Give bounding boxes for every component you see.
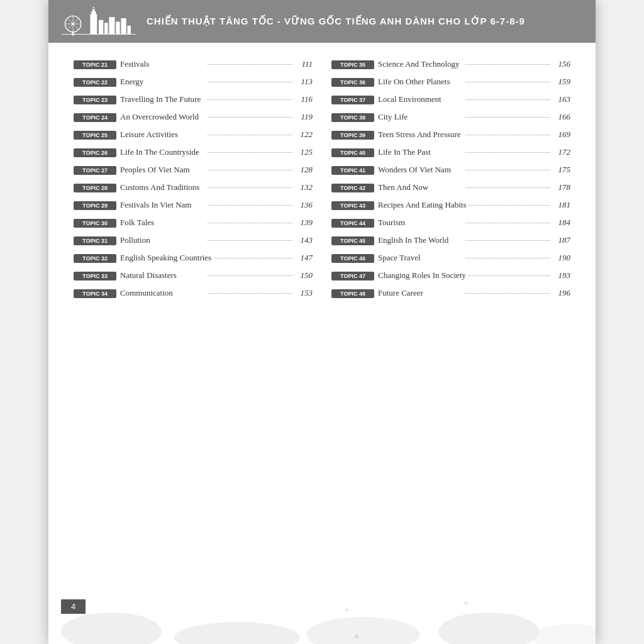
topic-title: English In The World [378,235,463,245]
topic-dots [465,117,550,118]
topic-row: TOPIC 48Future Career196 [331,284,570,302]
topic-dots [208,223,292,223]
topic-badge: TOPIC 24 [74,113,116,122]
topic-title: Wonders Of Viet Nam [378,165,463,175]
topic-title: Recipes And Eating Habits [378,200,466,210]
topic-title: Future Career [378,288,463,298]
topic-row: TOPIC 24An Overcrowded World119 [74,108,313,126]
svg-point-26 [355,635,358,638]
header-icon: 14 [61,6,136,37]
topic-badge: TOPIC 28 [74,184,116,192]
topic-title: Changing Roles In Society [378,270,466,280]
topic-row: TOPIC 32English Speaking Countries147 [74,249,313,267]
topic-badge: TOPIC 23 [74,96,116,104]
topic-row: TOPIC 40Life In The Past172 [331,143,570,161]
svg-point-19 [61,613,162,644]
svg-rect-8 [90,14,97,35]
topic-page: 122 [295,130,313,140]
svg-marker-11 [92,7,95,8]
topic-page: 156 [553,59,570,69]
topic-page: 166 [553,112,570,122]
topic-dots [208,205,292,206]
topic-dots [465,152,550,153]
topic-dots [208,135,292,135]
topic-row: TOPIC 34Communication153 [74,284,313,302]
topic-badge: TOPIC 30 [74,219,116,228]
svg-rect-16 [121,18,126,34]
svg-point-22 [438,613,539,644]
topic-page: 153 [295,288,313,298]
topic-dots [208,117,292,118]
svg-rect-17 [127,26,130,35]
topic-dots [208,152,292,153]
topic-row: TOPIC 30Folk Tales139 [74,214,313,231]
svg-point-20 [174,622,300,644]
topic-title: English Speaking Countries [120,253,211,263]
svg-rect-13 [104,23,108,34]
topic-page: 172 [553,147,570,157]
decorative-bottom: + + [48,581,596,644]
topic-page: 147 [295,253,313,263]
topic-dots [208,64,292,65]
topic-page: 181 [553,200,570,210]
topic-badge: TOPIC 21 [74,60,116,69]
topic-dots [465,223,550,223]
topic-dots [214,258,292,258]
topic-title: Festivals [120,59,205,69]
topic-page: 163 [553,94,570,104]
topic-page: 193 [553,270,570,280]
topic-dots [465,240,550,241]
topic-badge: TOPIC 47 [331,272,374,280]
topic-page: 139 [295,218,313,228]
topic-title: Then And Now [378,182,463,192]
topic-badge: TOPIC 48 [331,289,374,298]
topic-row: TOPIC 42Then And Now178 [331,179,570,196]
topic-badge: TOPIC 40 [331,148,374,157]
left-column: TOPIC 21Festivals111TOPIC 22Energy113TOP… [74,55,313,302]
topic-badge: TOPIC 42 [331,184,374,192]
topic-row: TOPIC 46Space Travel190 [331,249,570,267]
topic-page: 128 [295,165,313,175]
topic-page: 125 [295,147,313,157]
topic-row: TOPIC 38City Life166 [331,108,570,126]
topic-row: TOPIC 23Travelling In The Future116 [74,91,313,108]
topic-page: 178 [553,182,570,192]
topic-row: TOPIC 26Life In The Countryside125 [74,143,313,161]
topic-badge: TOPIC 27 [74,166,116,175]
topic-row: TOPIC 41Wonders Of Viet Nam175 [331,161,570,179]
topic-title: Space Travel [378,253,463,263]
svg-text:+: + [464,599,469,608]
topic-dots [208,240,292,241]
topic-row: TOPIC 33Natural Disasters150 [74,267,313,284]
right-column: TOPIC 35Science And Technology156TOPIC 3… [331,55,570,302]
topic-badge: TOPIC 46 [331,254,374,263]
topic-row: TOPIC 43Recipes And Eating Habits181 [331,196,570,214]
topic-page: 143 [295,235,313,245]
topic-title: City Life [378,112,463,122]
topic-title: Local Environment [378,94,463,104]
topic-row: TOPIC 21Festivals111 [74,55,313,73]
topic-row: TOPIC 45English In The World187 [331,231,570,249]
topic-badge: TOPIC 31 [74,236,116,245]
topic-row: TOPIC 37Local Environment163 [331,91,570,108]
topic-title: Customs And Traditions [120,182,205,192]
topic-badge: TOPIC 38 [331,113,374,122]
topic-title: Peoples Of Viet Nam [120,165,205,175]
topic-badge: TOPIC 29 [74,201,116,210]
svg-point-23 [533,624,596,644]
topics-grid: TOPIC 21Festivals111TOPIC 22Energy113TOP… [74,55,570,302]
topic-title: Natural Disasters [120,270,205,280]
topic-dots [208,99,292,100]
topic-badge: TOPIC 39 [331,131,374,140]
topic-dots [465,258,550,258]
topic-dots [208,82,292,82]
topic-page: 187 [553,235,570,245]
topic-page: 169 [553,130,570,140]
topic-badge: TOPIC 37 [331,96,374,104]
topic-page: 196 [553,288,570,298]
topic-page: 184 [553,218,570,228]
topic-page: 113 [295,77,313,87]
topic-badge: TOPIC 41 [331,166,374,175]
topic-dots [208,293,292,294]
header-title: CHIẾN THUẬT TĂNG TỐC - VỮNG GỐC TIẾNG AN… [147,16,525,27]
